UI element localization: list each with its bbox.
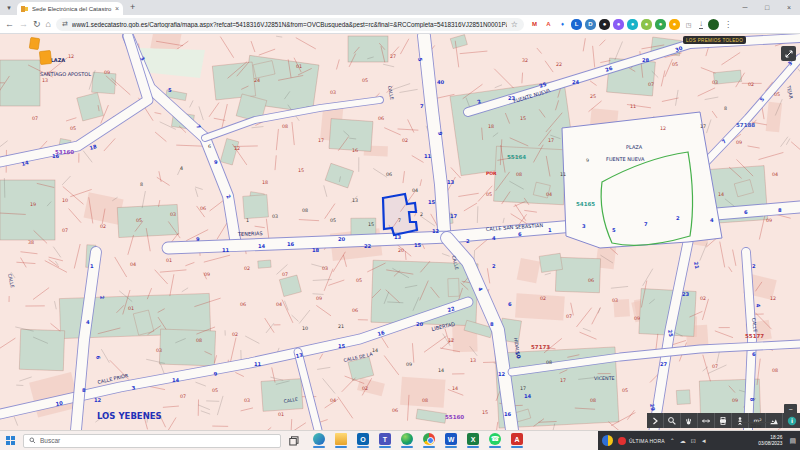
svg-text:02: 02 xyxy=(362,386,368,391)
ext-m-icon[interactable]: M xyxy=(529,19,540,30)
cadastral-map-viewport[interactable]: 9111416182022131512246135724685407911131… xyxy=(0,34,800,430)
zoom-button[interactable] xyxy=(664,413,681,428)
browser-menu-button[interactable]: ⋮ xyxy=(724,20,732,29)
svg-text:20: 20 xyxy=(416,321,424,327)
profile-avatar[interactable] xyxy=(708,19,719,30)
ext-teal-icon[interactable]: ● xyxy=(627,19,638,30)
running-indicator xyxy=(313,446,325,448)
taskbar-app-word[interactable]: W xyxy=(445,433,457,448)
svg-text:9: 9 xyxy=(586,158,589,163)
edge-icon xyxy=(313,433,325,445)
back-button[interactable]: ← xyxy=(5,20,14,29)
cadastral-map[interactable]: 9111416182022131512246135724685407911131… xyxy=(0,34,800,430)
svg-text:23: 23 xyxy=(682,291,690,297)
taskbar-app-excel[interactable]: X xyxy=(467,433,479,448)
svg-text:12: 12 xyxy=(234,146,240,151)
svg-text:11: 11 xyxy=(254,361,262,367)
svg-text:05: 05 xyxy=(136,218,142,223)
svg-text:15: 15 xyxy=(520,116,526,121)
svg-text:24: 24 xyxy=(254,78,260,83)
zoom-out-button[interactable]: − xyxy=(784,404,797,414)
measure-distance-button[interactable] xyxy=(698,413,715,428)
bookmark-star-icon[interactable]: ☆ xyxy=(511,20,518,29)
svg-text:38: 38 xyxy=(28,240,34,245)
panel-toggle-button[interactable] xyxy=(647,413,664,428)
ext-dark-icon[interactable]: ● xyxy=(599,19,610,30)
taskbar-app-chrome[interactable] xyxy=(423,433,435,448)
display-icon[interactable]: ⊡ xyxy=(691,437,696,444)
svg-text:TENERIAS: TENERIAS xyxy=(237,230,263,237)
extensions-puzzle-icon[interactable]: ◳ xyxy=(683,19,694,30)
taskbar-app-teams[interactable]: T xyxy=(379,433,391,448)
taskbar-app-sphere-browser[interactable] xyxy=(401,433,413,448)
ext-orange-icon[interactable]: ● xyxy=(669,19,680,30)
svg-text:05: 05 xyxy=(672,62,678,67)
svg-text:15: 15 xyxy=(338,343,346,349)
taskbar-app-acrobat[interactable]: A xyxy=(511,433,523,448)
tray-expand-icon[interactable]: ⌃ xyxy=(670,437,675,444)
taskbar-app-outlook[interactable]: O xyxy=(357,433,369,448)
site-settings-icon[interactable]: ⇄ xyxy=(62,20,68,28)
svg-text:08: 08 xyxy=(772,368,778,373)
svg-text:4: 4 xyxy=(86,319,90,325)
volume-icon[interactable]: ◄ xyxy=(701,438,707,444)
tab-search-button[interactable]: ▾ xyxy=(4,3,14,13)
window-close-button[interactable]: × xyxy=(778,0,800,15)
new-tab-button[interactable]: + xyxy=(130,2,135,12)
url-text[interactable]: www1.sedecatastro.gob.es/Cartografia/map… xyxy=(72,21,507,28)
taskbar-app-edge[interactable] xyxy=(313,433,325,448)
breaking-news-icon xyxy=(618,437,626,445)
scale-label: 20 m xyxy=(751,424,761,429)
ext-purple-icon[interactable]: ● xyxy=(613,19,624,30)
clock-date: 03/08/2023 xyxy=(758,441,782,446)
svg-text:12: 12 xyxy=(770,296,776,301)
browser-tab[interactable]: Sede Electrónica del Catastro × xyxy=(17,2,123,15)
svg-text:08: 08 xyxy=(590,398,596,403)
info-button[interactable]: i xyxy=(783,413,800,428)
news-label: ÚLTIMA HORA xyxy=(629,438,665,444)
tray-app-icon[interactable] xyxy=(602,435,613,446)
ext-blue-icon[interactable]: D xyxy=(585,19,596,30)
downloads-button[interactable]: ↓ xyxy=(699,20,703,29)
svg-text:27: 27 xyxy=(390,54,396,59)
browser-tabstrip: ▾ Sede Electrónica del Catastro × + ─ □ … xyxy=(0,0,800,15)
svg-text:13: 13 xyxy=(470,358,476,363)
media-overlay-badge[interactable]: LOS PREMIOS TOLEDO xyxy=(683,36,746,44)
svg-text:09: 09 xyxy=(104,70,110,75)
ext-green-icon[interactable]: ● xyxy=(655,19,666,30)
ext-l-icon[interactable]: L xyxy=(571,19,582,30)
svg-text:22: 22 xyxy=(364,243,372,249)
svg-text:17: 17 xyxy=(548,138,554,143)
ext-flame-icon[interactable]: ♦ xyxy=(557,19,568,30)
news-widget[interactable]: ÚLTIMA HORA xyxy=(618,437,665,445)
svg-text:18: 18 xyxy=(262,180,268,185)
taskbar-app-file-explorer[interactable] xyxy=(335,433,347,448)
pan-button[interactable] xyxy=(681,413,698,428)
svg-text:54165: 54165 xyxy=(576,201,595,207)
window-minimize-button[interactable]: ─ xyxy=(734,0,756,15)
ext-a-icon[interactable]: A xyxy=(543,19,554,30)
action-center-icon[interactable]: ▤ xyxy=(789,437,796,445)
svg-text:05: 05 xyxy=(330,218,336,223)
reload-button[interactable]: ↻ xyxy=(33,20,41,29)
task-view-button[interactable] xyxy=(289,436,299,446)
taskbar-clock[interactable]: 18:26 03/08/2023 xyxy=(758,435,782,447)
home-button[interactable]: ⌂ xyxy=(46,20,51,29)
window-maximize-button[interactable]: □ xyxy=(756,0,778,15)
onedrive-icon[interactable]: ☁ xyxy=(680,437,686,444)
taskbar-app-whatsapp[interactable]: ☎ xyxy=(489,433,501,448)
url-bar[interactable]: ⇄ www1.sedecatastro.gob.es/Cartografia/m… xyxy=(56,18,524,31)
tab-close-icon[interactable]: × xyxy=(115,5,119,12)
svg-text:POR: POR xyxy=(486,171,497,176)
fullscreen-button[interactable] xyxy=(781,46,796,61)
ext-leaf-icon[interactable]: ● xyxy=(641,19,652,30)
running-indicator xyxy=(489,446,501,448)
start-button[interactable] xyxy=(6,436,15,445)
file-explorer-icon xyxy=(335,433,347,445)
taskbar-search[interactable]: Buscar xyxy=(23,434,281,448)
forward-button[interactable]: → xyxy=(19,20,28,29)
print-button[interactable] xyxy=(715,413,732,428)
svg-text:04: 04 xyxy=(412,188,418,193)
taskbar-apps: OTWX☎A xyxy=(313,433,523,448)
svg-text:05: 05 xyxy=(774,92,780,97)
